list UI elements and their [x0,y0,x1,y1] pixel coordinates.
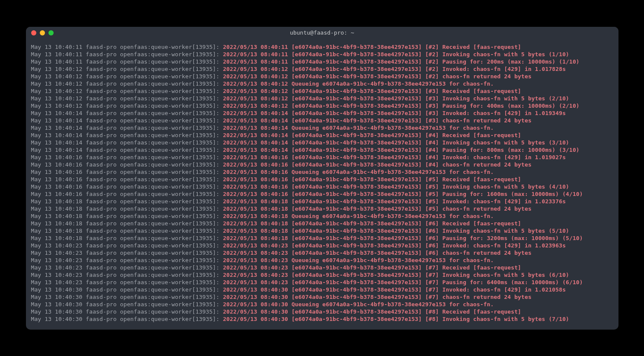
log-line: May 13 10:40:14 faasd-pro openfaas:queue… [31,124,613,131]
log-line: May 13 10:40:12 faasd-pro openfaas:queue… [31,73,613,80]
log-message: 2022/05/13 08:40:14 [e6074a0a-91bc-4bf9-… [223,132,521,138]
log-line: May 13 10:40:12 faasd-pro openfaas:queue… [31,80,613,87]
log-message: 2022/05/13 08:40:12 [e6074a0a-91bc-4bf9-… [223,88,521,94]
log-message: 2022/05/13 08:40:16 [e6074a0a-91bc-4bf9-… [223,161,531,168]
log-prefix: May 13 10:40:18 faasd-pro openfaas:queue… [31,235,223,241]
log-prefix: May 13 10:40:18 faasd-pro openfaas:queue… [31,198,223,205]
log-line: May 13 10:40:23 faasd-pro openfaas:queue… [31,271,613,279]
log-prefix: May 13 10:40:23 faasd-pro openfaas:queue… [31,279,223,285]
log-line: May 13 10:40:18 faasd-pro openfaas:queue… [31,198,613,205]
log-prefix: May 13 10:40:23 faasd-pro openfaas:queue… [31,272,223,278]
traffic-lights [31,30,54,35]
titlebar: ubuntu@faasd-pro: ~ [26,27,618,39]
log-line: May 13 10:40:14 faasd-pro openfaas:queue… [31,146,613,154]
log-message: 2022/05/13 08:40:14 [e6074a0a-91bc-4bf9-… [223,117,531,124]
log-message: 2022/05/13 08:40:23 [e6074a0a-91bc-4bf9-… [223,279,583,285]
log-line: May 13 10:40:23 faasd-pro openfaas:queue… [31,279,613,286]
minimize-icon[interactable] [40,30,45,35]
log-prefix: May 13 10:40:18 faasd-pro openfaas:queue… [31,228,223,234]
log-prefix: May 13 10:40:11 faasd-pro openfaas:queue… [31,44,223,50]
window-title: ubuntu@faasd-pro: ~ [290,29,354,36]
log-message: 2022/05/13 08:40:16 Queueing e6074a0a-91… [223,169,493,175]
log-prefix: May 13 10:40:12 faasd-pro openfaas:queue… [31,66,223,72]
maximize-icon[interactable] [48,30,54,35]
log-prefix: May 13 10:40:30 faasd-pro openfaas:queue… [31,286,223,293]
log-prefix: May 13 10:40:30 faasd-pro openfaas:queue… [31,308,223,315]
log-message: 2022/05/13 08:40:14 [e6074a0a-91bc-4bf9-… [223,139,569,146]
log-prefix: May 13 10:40:18 faasd-pro openfaas:queue… [31,213,223,219]
log-message: 2022/05/13 08:40:30 [e6074a0a-91bc-4bf9-… [223,294,531,300]
log-prefix: May 13 10:40:30 faasd-pro openfaas:queue… [31,316,223,322]
log-line: May 13 10:40:30 faasd-pro openfaas:queue… [31,293,613,301]
log-message: 2022/05/13 08:40:18 [e6074a0a-91bc-4bf9-… [223,205,531,212]
log-message: 2022/05/13 08:40:16 [e6074a0a-91bc-4bf9-… [223,191,583,197]
log-message: 2022/05/13 08:40:11 [e6074a0a-91bc-4bf9-… [223,51,569,58]
log-message: 2022/05/13 08:40:12 [e6074a0a-91bc-4bf9-… [223,95,569,102]
log-line: May 13 10:40:23 faasd-pro openfaas:queue… [31,257,613,264]
log-prefix: May 13 10:40:16 faasd-pro openfaas:queue… [31,176,223,183]
log-message: 2022/05/13 08:40:30 [e6074a0a-91bc-4bf9-… [223,308,521,315]
log-line: May 13 10:40:16 faasd-pro openfaas:queue… [31,190,613,198]
log-prefix: May 13 10:40:14 faasd-pro openfaas:queue… [31,117,223,124]
log-message: 2022/05/13 08:40:11 [e6074a0a-91bc-4bf9-… [223,44,521,50]
log-line: May 13 10:40:12 faasd-pro openfaas:queue… [31,95,613,102]
log-prefix: May 13 10:40:18 faasd-pro openfaas:queue… [31,220,223,227]
log-prefix: May 13 10:40:16 faasd-pro openfaas:queue… [31,183,223,190]
log-line: May 13 10:40:12 faasd-pro openfaas:queue… [31,65,613,73]
log-message: 2022/05/13 08:40:23 [e6074a0a-91bc-4bf9-… [223,264,521,271]
log-prefix: May 13 10:40:14 faasd-pro openfaas:queue… [31,125,223,131]
log-message: 2022/05/13 08:40:16 [e6074a0a-91bc-4bf9-… [223,176,521,183]
log-line: May 13 10:40:11 faasd-pro openfaas:queue… [31,58,613,65]
log-message: 2022/05/13 08:40:14 Queueing e6074a0a-91… [223,125,493,131]
log-prefix: May 13 10:40:12 faasd-pro openfaas:queue… [31,80,223,87]
log-prefix: May 13 10:40:12 faasd-pro openfaas:queue… [31,73,223,80]
log-prefix: May 13 10:40:30 faasd-pro openfaas:queue… [31,294,223,300]
log-message: 2022/05/13 08:40:18 [e6074a0a-91bc-4bf9-… [223,235,583,241]
log-prefix: May 13 10:40:18 faasd-pro openfaas:queue… [31,205,223,212]
log-message: 2022/05/13 08:40:14 [e6074a0a-91bc-4bf9-… [223,147,579,153]
log-line: May 13 10:40:14 faasd-pro openfaas:queue… [31,109,613,117]
log-line: May 13 10:40:23 faasd-pro openfaas:queue… [31,264,613,271]
log-message: 2022/05/13 08:40:18 [e6074a0a-91bc-4bf9-… [223,228,569,234]
log-message: 2022/05/13 08:40:18 Queueing e6074a0a-91… [223,213,493,219]
close-icon[interactable] [31,30,36,35]
log-prefix: May 13 10:40:16 faasd-pro openfaas:queue… [31,169,223,175]
log-message: 2022/05/13 08:40:11 [e6074a0a-91bc-4bf9-… [223,58,579,65]
log-line: May 13 10:40:18 faasd-pro openfaas:queue… [31,220,613,227]
log-prefix: May 13 10:40:14 faasd-pro openfaas:queue… [31,147,223,153]
log-line: May 13 10:40:16 faasd-pro openfaas:queue… [31,161,613,168]
log-message: 2022/05/13 08:40:12 [e6074a0a-91bc-4bf9-… [223,66,566,72]
log-line: May 13 10:40:18 faasd-pro openfaas:queue… [31,205,613,212]
log-prefix: May 13 10:40:23 faasd-pro openfaas:queue… [31,250,223,256]
log-message: 2022/05/13 08:40:18 [e6074a0a-91bc-4bf9-… [223,198,566,205]
log-message: 2022/05/13 08:40:12 [e6074a0a-91bc-4bf9-… [223,73,531,80]
log-prefix: May 13 10:40:11 faasd-pro openfaas:queue… [31,58,223,65]
log-message: 2022/05/13 08:40:23 [e6074a0a-91bc-4bf9-… [223,250,531,256]
log-line: May 13 10:40:16 faasd-pro openfaas:queue… [31,183,613,190]
terminal-window: ubuntu@faasd-pro: ~ May 13 10:40:11 faas… [26,27,618,330]
log-line: May 13 10:40:18 faasd-pro openfaas:queue… [31,212,613,220]
log-line: May 13 10:40:16 faasd-pro openfaas:queue… [31,176,613,183]
log-line: May 13 10:40:14 faasd-pro openfaas:queue… [31,131,613,139]
log-line: May 13 10:40:12 faasd-pro openfaas:queue… [31,102,613,109]
terminal-output[interactable]: May 13 10:40:11 faasd-pro openfaas:queue… [26,39,618,327]
log-line: May 13 10:40:30 faasd-pro openfaas:queue… [31,308,613,315]
log-message: 2022/05/13 08:40:30 [e6074a0a-91bc-4bf9-… [223,286,566,293]
log-prefix: May 13 10:40:14 faasd-pro openfaas:queue… [31,132,223,138]
log-prefix: May 13 10:40:23 faasd-pro openfaas:queue… [31,242,223,249]
log-line: May 13 10:40:30 faasd-pro openfaas:queue… [31,286,613,293]
log-message: 2022/05/13 08:40:23 [e6074a0a-91bc-4bf9-… [223,272,569,278]
log-line: May 13 10:40:18 faasd-pro openfaas:queue… [31,234,613,242]
log-message: 2022/05/13 08:40:30 [e6074a0a-91bc-4bf9-… [223,316,569,322]
log-line: May 13 10:40:11 faasd-pro openfaas:queue… [31,51,613,58]
log-line: May 13 10:40:14 faasd-pro openfaas:queue… [31,117,613,124]
log-line: May 13 10:40:23 faasd-pro openfaas:queue… [31,249,613,257]
log-line: May 13 10:40:11 faasd-pro openfaas:queue… [31,43,613,51]
log-line: May 13 10:40:30 faasd-pro openfaas:queue… [31,315,613,323]
log-prefix: May 13 10:40:11 faasd-pro openfaas:queue… [31,51,223,58]
log-line: May 13 10:40:12 faasd-pro openfaas:queue… [31,87,613,95]
log-line: May 13 10:40:23 faasd-pro openfaas:queue… [31,242,613,249]
log-prefix: May 13 10:40:30 faasd-pro openfaas:queue… [31,301,223,308]
log-prefix: May 13 10:40:16 faasd-pro openfaas:queue… [31,161,223,168]
log-line: May 13 10:40:16 faasd-pro openfaas:queue… [31,168,613,176]
